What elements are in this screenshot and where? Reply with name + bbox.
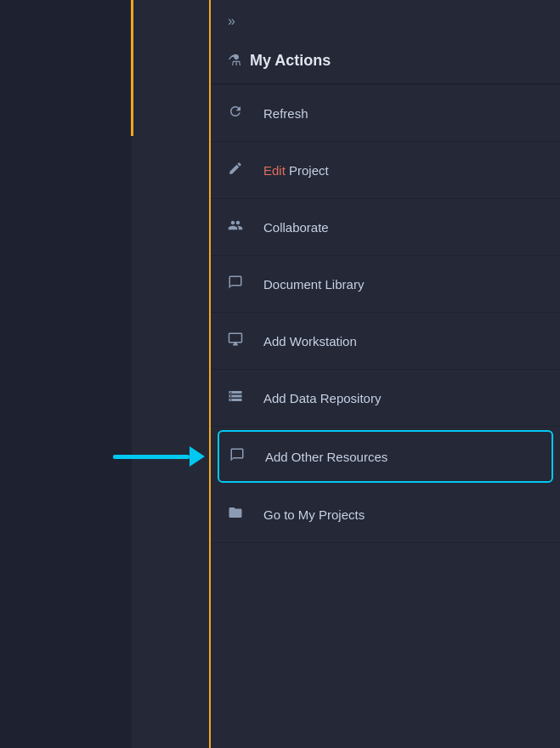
menu-item-document-library[interactable]: Document Library — [211, 256, 560, 313]
menu-item-add-data-repository[interactable]: Add Data Repository — [211, 370, 560, 427]
document-library-label: Document Library — [263, 277, 364, 292]
add-data-repository-label: Add Data Repository — [263, 391, 381, 405]
workstation-icon — [228, 332, 253, 350]
collaborate-label: Collaborate — [263, 220, 329, 235]
edit-icon — [228, 161, 253, 179]
flask-icon: ⚗ — [228, 51, 241, 70]
collaborate-icon — [228, 218, 253, 236]
menu-item-edit-project[interactable]: Edit Project — [211, 142, 560, 199]
actions-panel: » ⚗ My Actions Refresh Edit Project C — [211, 0, 560, 748]
sidebar-panel — [0, 0, 211, 748]
expand-arrow[interactable]: » — [211, 0, 560, 42]
menu-item-add-other-resources[interactable]: Add Other Resources — [218, 430, 553, 483]
arrow-container — [113, 446, 205, 467]
arrow-shaft — [113, 455, 189, 459]
menu-item-go-to-my-projects[interactable]: Go to My Projects — [211, 486, 560, 543]
other-resources-icon — [229, 447, 255, 466]
add-other-resources-label: Add Other Resources — [265, 450, 387, 464]
add-workstation-label: Add Workstation — [263, 334, 357, 348]
edit-project-label2: Project — [286, 163, 329, 178]
expand-arrow-icon: » — [228, 14, 235, 28]
actions-header: ⚗ My Actions — [211, 42, 560, 84]
menu-item-add-workstation[interactable]: Add Workstation — [211, 313, 560, 370]
sidebar-inner — [0, 0, 132, 748]
my-projects-icon — [228, 505, 253, 524]
refresh-label: Refresh — [263, 106, 308, 121]
data-repository-icon — [228, 388, 253, 407]
orange-accent — [131, 0, 133, 136]
document-library-icon — [228, 275, 253, 293]
refresh-icon — [228, 104, 253, 122]
actions-title: My Actions — [250, 52, 331, 70]
menu-item-refresh[interactable]: Refresh — [211, 85, 560, 142]
arrow-head — [189, 446, 205, 467]
edit-project-label: Edit — [263, 163, 286, 178]
go-to-my-projects-label: Go to My Projects — [263, 507, 365, 522]
menu-item-collaborate[interactable]: Collaborate — [211, 199, 560, 256]
highlighted-row: Add Other Resources — [211, 430, 560, 483]
